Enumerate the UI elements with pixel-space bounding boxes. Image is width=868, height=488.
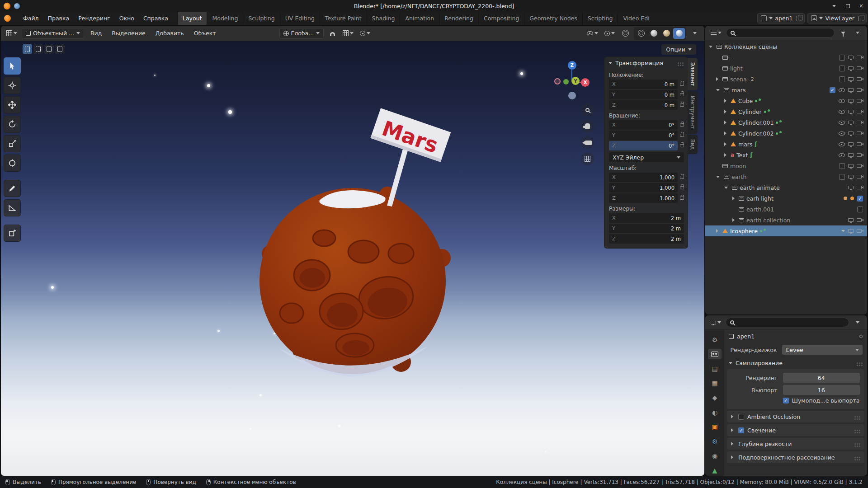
close-button[interactable]: × [858, 3, 864, 9]
outliner-row[interactable]: earh light✓ [705, 193, 867, 204]
properties-search-input[interactable] [737, 319, 844, 326]
rotation-z-field[interactable]: Z0° [609, 141, 678, 150]
menu-window[interactable]: Окно [115, 12, 139, 25]
sampling-section-header[interactable]: Сэмплирование [724, 357, 867, 369]
viewport-visibility-icon[interactable] [848, 110, 854, 113]
expand-icon[interactable] [841, 230, 845, 232]
tab-view-layer[interactable]: ▦ [708, 378, 722, 389]
exclude-checkbox[interactable] [839, 76, 845, 82]
hide-icon[interactable] [839, 153, 845, 157]
lock-icon[interactable] [680, 144, 684, 147]
hide-icon[interactable] [839, 131, 845, 136]
outliner-row[interactable]: Cylinder.002 [705, 128, 867, 139]
viewport-visibility-icon[interactable] [848, 175, 854, 178]
exclude-checkbox[interactable]: ✓ [830, 87, 835, 93]
scene-selector[interactable]: apen1 [757, 13, 805, 23]
dimensions-x-field[interactable]: X2 m [609, 213, 684, 223]
outliner-row[interactable]: moon [705, 160, 867, 171]
panel-bloom[interactable]: ✓Свечение [727, 424, 864, 436]
new-scene-icon[interactable] [797, 16, 801, 21]
menu-object[interactable]: Объект [190, 30, 220, 37]
render-visibility-icon[interactable] [857, 164, 862, 168]
outliner-row[interactable]: - [705, 52, 867, 63]
shading-wireframe-button[interactable] [635, 28, 647, 39]
new-viewlayer-icon[interactable] [859, 16, 863, 21]
viewlayer-selector[interactable]: ViewLayer [807, 13, 867, 23]
workspace-tab-animation[interactable]: Animation [400, 12, 439, 25]
shading-material-button[interactable] [660, 28, 672, 39]
lock-icon[interactable] [680, 186, 684, 189]
hide-icon[interactable] [839, 142, 845, 146]
viewport-visibility-icon[interactable] [848, 186, 854, 189]
workspace-tab-layout[interactable]: Layout [177, 12, 207, 25]
annotate-tool[interactable] [4, 180, 21, 197]
viewport-visibility-icon[interactable] [848, 164, 854, 168]
viewport-visibility-icon[interactable] [848, 218, 854, 222]
render-visibility-icon[interactable] [857, 88, 862, 92]
render-engine-dropdown[interactable]: Eevee [782, 345, 863, 355]
outliner-row[interactable]: aTextʃ [705, 150, 867, 160]
outliner-row[interactable]: earth [705, 171, 867, 182]
workspace-tab-geometrynodes[interactable]: Geometry Nodes [524, 12, 582, 25]
workspace-tab-texturepaint[interactable]: Texture Paint [320, 12, 367, 25]
scale-tool[interactable] [4, 135, 21, 152]
hide-icon[interactable] [839, 110, 845, 114]
window-menu-button[interactable] [831, 3, 837, 9]
blender-menu-icon[interactable] [0, 12, 19, 25]
navigation-gizmo[interactable]: Z Y X [549, 59, 594, 104]
dimensions-z-field[interactable]: Z2 m [609, 234, 684, 244]
render-visibility-icon[interactable] [857, 99, 862, 103]
viewport-visibility-icon[interactable] [848, 66, 854, 70]
outliner-editor-type-button[interactable] [709, 28, 723, 38]
viewport-visibility-icon[interactable] [848, 121, 854, 124]
select-mode-subtract[interactable] [44, 44, 54, 54]
outliner-filter-button[interactable] [837, 28, 849, 38]
panel-grip[interactable] [854, 416, 856, 418]
workspace-tab-scripting[interactable]: Scripting [582, 12, 618, 25]
pin-icon[interactable] [859, 335, 863, 338]
render-visibility-icon[interactable] [857, 142, 862, 146]
add-cube-tool[interactable] [4, 225, 21, 242]
panel-grip[interactable] [854, 443, 856, 445]
viewport-canvas[interactable]: Mars Опции [1, 41, 704, 476]
exclude-checkbox[interactable] [839, 66, 845, 71]
lock-icon[interactable] [680, 123, 684, 127]
outliner-options-dropdown[interactable] [852, 28, 863, 38]
panel-grip[interactable] [854, 457, 856, 458]
render-visibility-icon[interactable] [857, 229, 862, 233]
outliner-row-scene-collection[interactable]: Коллекция сцены [705, 41, 867, 52]
menu-render[interactable]: Рендеринг [74, 12, 115, 25]
render-visibility-icon[interactable] [857, 56, 862, 59]
gizmo-x-axis[interactable]: X [581, 78, 590, 87]
viewport-visibility-icon[interactable] [848, 56, 854, 59]
scale-z-field[interactable]: Z1.000 [609, 193, 678, 203]
breadcrumb-scene[interactable]: apen1 [737, 333, 755, 340]
cursor-tool[interactable] [4, 77, 21, 94]
render-visibility-icon[interactable] [857, 77, 862, 81]
outliner-row[interactable]: Cube [705, 95, 867, 106]
outliner-row[interactable]: earth collection [705, 215, 867, 225]
snap-toggle[interactable] [326, 28, 338, 39]
panel-grip[interactable] [857, 362, 858, 364]
workspace-tab-uvediting[interactable]: UV Editing [280, 12, 320, 25]
tab-object-data[interactable]: ▲ [708, 465, 722, 476]
xray-toggle[interactable] [619, 28, 631, 39]
menu-view[interactable]: Вид [87, 30, 105, 37]
menu-file[interactable]: Файл [19, 12, 43, 25]
select-box-tool[interactable] [4, 57, 21, 75]
tab-render[interactable] [708, 349, 722, 359]
lock-icon[interactable] [680, 83, 684, 86]
tab-modifiers[interactable]: ⚙ [708, 436, 722, 446]
maximize-button[interactable] [844, 3, 851, 9]
outliner-row[interactable]: Cylinder [705, 106, 867, 117]
render-visibility-icon[interactable] [857, 175, 862, 178]
menu-edit[interactable]: Правка [43, 12, 74, 25]
mode-dropdown[interactable]: Объектный ... [22, 28, 84, 39]
hide-icon[interactable] [839, 88, 845, 92]
panel-grip[interactable] [678, 62, 679, 64]
options-button[interactable]: Опции [661, 44, 696, 55]
transform-panel-header[interactable]: Трансформация [604, 57, 688, 69]
workspace-tab-compositing[interactable]: Compositing [478, 12, 524, 25]
gizmo-y-axis[interactable]: Y [571, 77, 580, 85]
viewport-visibility-icon[interactable] [848, 88, 854, 92]
